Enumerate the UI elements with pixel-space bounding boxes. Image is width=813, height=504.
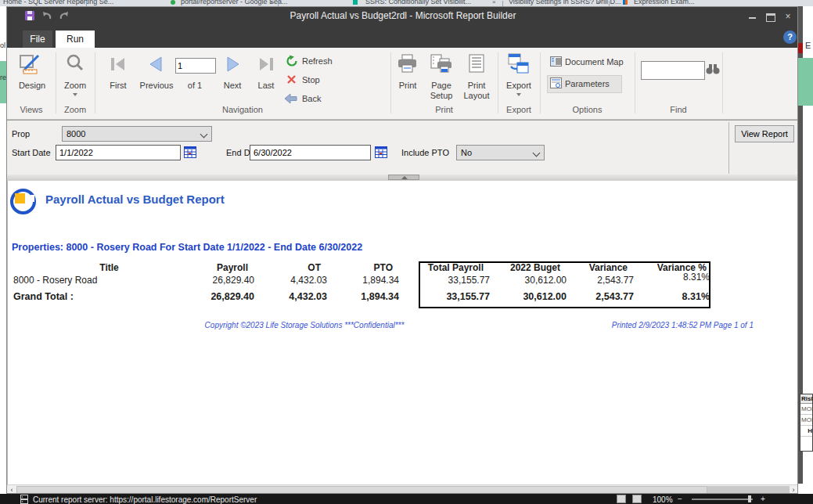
last-button[interactable]: Last xyxy=(250,81,282,90)
report-footer-copyright: Copyright ©2023 Life Storage Solutions *… xyxy=(187,321,422,329)
tab-close-icon[interactable]: × xyxy=(79,0,83,5)
background-text-fragment: ol xyxy=(0,41,5,49)
refresh-button[interactable]: Refresh xyxy=(302,56,333,66)
stop-button[interactable]: Stop xyxy=(302,75,320,85)
tab-separator xyxy=(86,1,87,6)
print-layout-button[interactable]: Print xyxy=(459,81,494,90)
previous-button[interactable]: Previous xyxy=(137,81,176,90)
design-button[interactable]: Design xyxy=(12,81,52,90)
maximize-button[interactable] xyxy=(766,13,775,22)
print-button[interactable]: Print xyxy=(392,81,423,90)
zoom-button[interactable]: Zoom xyxy=(56,81,95,90)
first-button[interactable]: First xyxy=(103,81,134,90)
view-report-button[interactable]: View Report xyxy=(735,125,794,142)
google-favicon xyxy=(171,0,175,5)
tab-separator xyxy=(278,1,279,6)
tab-close-icon[interactable]: × xyxy=(492,0,496,5)
chevron-down-icon[interactable] xyxy=(73,93,77,96)
page-number-input[interactable] xyxy=(175,58,216,74)
browser-tab[interactable]: SSRS: Conditionally Set Visibilit... xyxy=(365,0,471,5)
minimize-button[interactable] xyxy=(749,17,756,19)
horizontal-scrollbar[interactable]: ‹ › xyxy=(7,484,798,494)
help-icon[interactable]: ? xyxy=(783,31,797,44)
end-date-input[interactable] xyxy=(250,145,371,160)
page-setup-icon[interactable] xyxy=(430,54,452,74)
design-icon[interactable] xyxy=(20,53,43,75)
risk-panel-row: MOD xyxy=(800,415,812,426)
binoculars-icon[interactable] xyxy=(706,63,720,74)
risk-panel-row: H xyxy=(800,426,812,437)
page-setup-button[interactable]: Page xyxy=(426,81,457,90)
next-button[interactable]: Next xyxy=(215,81,250,90)
next-page-icon[interactable] xyxy=(225,56,242,73)
zoom-in-button[interactable]: + xyxy=(761,495,765,503)
browser-tab-strip: Home - SQL Server Reporting Se... × port… xyxy=(0,0,813,6)
table-row: 8000 - Rosery Road 26,829.40 4,432.03 1,… xyxy=(9,275,710,288)
cell: 8.31% xyxy=(637,272,710,285)
refresh-icon[interactable] xyxy=(286,55,298,67)
scroll-left-icon[interactable]: ‹ xyxy=(7,485,16,494)
background-green-block xyxy=(0,61,6,103)
zoom-slider-thumb[interactable] xyxy=(748,495,751,502)
chevron-down-icon xyxy=(200,131,208,139)
calendar-icon[interactable] xyxy=(184,146,196,158)
parameters-button-label[interactable]: Parameters xyxy=(565,79,610,95)
browser-tab[interactable]: Visibility Settings in SSRS? Drill D... xyxy=(509,0,621,5)
document-map-icon[interactable] xyxy=(550,56,562,67)
export-icon[interactable] xyxy=(508,53,529,74)
find-input[interactable] xyxy=(641,61,705,80)
export-button[interactable]: Export xyxy=(500,81,538,90)
scrollbar-track[interactable] xyxy=(707,486,790,494)
status-bar: Current report server: https://portal.li… xyxy=(0,494,813,504)
stop-icon[interactable] xyxy=(286,74,297,85)
prop-value: 8000 xyxy=(67,129,85,139)
previous-page-icon[interactable] xyxy=(147,56,164,73)
print-layout-button-line2: Layout xyxy=(459,91,494,100)
cell: 30,612.00 xyxy=(493,288,570,305)
print-icon[interactable] xyxy=(397,54,418,74)
browser-tab[interactable]: Expression Exam... xyxy=(634,0,695,5)
ms-favicon xyxy=(623,0,628,5)
print-layout-icon[interactable] xyxy=(468,54,485,74)
include-pto-select[interactable]: No xyxy=(456,145,545,160)
redo-icon[interactable] xyxy=(59,10,70,21)
tab-close-icon[interactable]: × xyxy=(269,0,273,5)
document-map-button[interactable]: Document Map xyxy=(565,57,624,73)
back-button[interactable]: Back xyxy=(302,94,321,103)
zoom-icon[interactable] xyxy=(65,53,85,74)
splitter[interactable] xyxy=(7,175,798,181)
print-layout-view-icon[interactable] xyxy=(617,495,626,503)
include-pto-label: Include PTO xyxy=(401,148,449,157)
web-layout-view-icon[interactable] xyxy=(632,495,642,503)
close-button[interactable]: × xyxy=(782,11,794,22)
first-page-icon[interactable] xyxy=(110,56,127,72)
start-date-input[interactable] xyxy=(56,145,181,160)
back-arrow-icon[interactable] xyxy=(284,93,298,104)
cell: 1,894.34 xyxy=(330,288,402,305)
zoom-out-button[interactable]: − xyxy=(678,495,682,503)
cell: 26,829.40 xyxy=(185,288,257,305)
collapse-parameters-button[interactable] xyxy=(388,175,419,180)
zoom-slider[interactable] xyxy=(692,499,753,500)
zoom-level[interactable]: 100% xyxy=(653,495,673,504)
tab-file[interactable]: File xyxy=(23,31,52,48)
prop-select[interactable]: 8000 xyxy=(62,126,212,142)
calendar-icon[interactable] xyxy=(375,146,387,158)
scrollbar-thumb[interactable] xyxy=(16,486,707,494)
title-bar: Payroll Actual vs Budget2rdl - Microsoft… xyxy=(7,7,798,48)
scroll-right-icon[interactable]: › xyxy=(789,485,798,494)
report-title: Payroll Actual vs Budget Report xyxy=(45,193,225,206)
report-footer-printed: Printed 2/9/2023 1:48:52 PM Page 1 of 1 xyxy=(585,321,754,329)
browser-tab[interactable]: Home - SQL Server Reporting Se... xyxy=(3,0,113,5)
tab-separator xyxy=(502,1,503,6)
tab-close-icon[interactable]: × xyxy=(597,0,601,5)
cell: 4,432.03 xyxy=(257,275,330,288)
parameters-icon[interactable] xyxy=(550,77,562,88)
save-icon[interactable] xyxy=(24,10,35,21)
chevron-down-icon[interactable] xyxy=(516,93,521,96)
chevron-up-icon xyxy=(401,176,408,179)
undo-icon[interactable] xyxy=(41,10,52,21)
group-label-views: Views xyxy=(7,105,56,114)
tab-run[interactable]: Run xyxy=(56,31,95,48)
last-page-icon[interactable] xyxy=(257,56,275,72)
